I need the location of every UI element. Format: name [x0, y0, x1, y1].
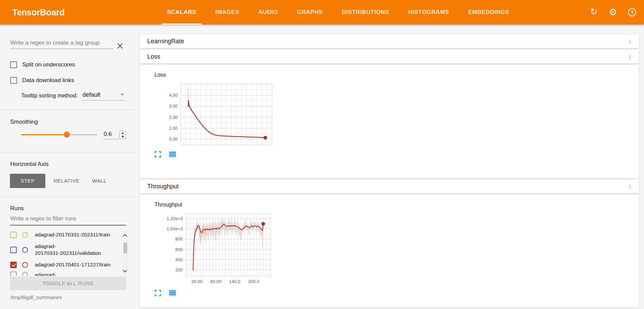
svg-text:0.00: 0.00	[169, 137, 178, 142]
svg-text:3.00: 3.00	[169, 104, 178, 109]
run-list: adagrad-20170331-202311/train adagrad- 2…	[10, 229, 128, 276]
tab-bar: SCALARS IMAGES AUDIO GRAPHS DISTRIBUTION…	[162, 0, 515, 25]
tab-scalars[interactable]: SCALARS	[162, 0, 202, 25]
svg-text:400: 400	[175, 257, 183, 262]
toggle-all-runs-button[interactable]: TOGGLE ALL RUNS	[10, 277, 126, 290]
loss-section-content: Loss 0.001.002.003.004.00	[140, 65, 639, 178]
chart-title: Loss	[154, 72, 276, 78]
run-checkbox[interactable]	[10, 272, 17, 276]
tab-audio[interactable]: AUDIO	[253, 0, 283, 25]
throughput-section-content: Throughput 2004006008001.00e+31.20e+320.…	[140, 195, 639, 307]
wall-button[interactable]: WALL	[83, 174, 116, 188]
smoothing-stepper[interactable]	[119, 131, 126, 139]
divider	[0, 110, 135, 110]
tab-histograms[interactable]: HISTOGRAMS	[403, 0, 454, 25]
section-header-loss[interactable]: Loss 1	[140, 50, 639, 63]
svg-text:1.20e+3: 1.20e+3	[167, 216, 183, 221]
section-count-badge: 1	[629, 38, 631, 44]
run-label: adagrad- 20170331-202311/validation	[35, 243, 101, 257]
svg-text:600: 600	[175, 247, 183, 252]
run-color-circle	[22, 272, 28, 276]
run-checkbox[interactable]	[10, 262, 17, 268]
chart-actions	[154, 290, 176, 296]
app-header: TensorBoard SCALARS IMAGES AUDIO GRAPHS …	[0, 0, 644, 25]
scroll-down-icon[interactable]	[123, 269, 127, 273]
run-color-circle	[22, 232, 28, 238]
main-content: LearningRate 1 Loss 1 Loss 0.001.002.003…	[135, 25, 644, 309]
tab-images[interactable]: IMAGES	[210, 0, 245, 25]
chart-actions	[154, 151, 176, 158]
run-color-circle	[22, 262, 28, 268]
tab-graphs[interactable]: GRAPHS	[291, 0, 328, 25]
chart-title: Throughput	[154, 202, 275, 208]
svg-text:1.00: 1.00	[169, 126, 178, 131]
scrollbar-thumb[interactable]	[123, 243, 127, 253]
run-row[interactable]: adagrad-20170331-202311/train	[10, 229, 118, 241]
run-row[interactable]: adagrad- 20170331-202311/validation	[10, 241, 118, 259]
smoothing-slider: 0.6	[21, 130, 127, 139]
header-actions: ↻ ⚙ ?	[589, 7, 637, 17]
section-header-learningrate[interactable]: LearningRate 1	[140, 34, 639, 48]
tag-regex-input[interactable]	[10, 38, 114, 49]
divider	[0, 153, 135, 153]
throughput-chart-card: Throughput 2004006008001.00e+31.20e+320.…	[154, 202, 275, 288]
run-color-circle	[22, 247, 28, 253]
stepper-down-icon[interactable]	[120, 135, 126, 139]
svg-text:20.00: 20.00	[191, 279, 203, 284]
svg-text:800: 800	[175, 236, 183, 242]
divider	[0, 197, 135, 197]
svg-text:200.0: 200.0	[248, 279, 259, 284]
run-list-scrollbar[interactable]	[123, 229, 128, 276]
run-row[interactable]: adagrad-	[10, 271, 118, 276]
run-checkbox[interactable]	[10, 247, 17, 253]
section-count-badge: 1	[629, 54, 631, 60]
slider-fill	[21, 134, 67, 135]
tab-embeddings[interactable]: EMBEDDINGS	[463, 0, 514, 25]
stepper-up-icon[interactable]	[120, 131, 126, 135]
svg-text:1.00e+3: 1.00e+3	[167, 226, 183, 231]
help-icon[interactable]: ?	[627, 7, 637, 17]
loss-chart-card: Loss 0.001.002.003.004.00	[154, 72, 276, 151]
runs-label: Runs	[10, 205, 24, 212]
close-icon[interactable]	[116, 42, 124, 50]
scroll-up-icon[interactable]	[123, 234, 127, 237]
tooltip-sorting-label: Tooltip sorting method:	[21, 92, 78, 101]
tab-distributions[interactable]: DISTRIBUTIONS	[336, 0, 395, 25]
section-title: Loss	[147, 53, 160, 60]
throughput-chart[interactable]: 2004006008001.00e+31.20e+320.0080.00140.…	[154, 209, 275, 288]
log-directory-path: /tmp/bigdl_summaries	[10, 294, 62, 300]
tooltip-sorting-select[interactable]: default	[82, 91, 125, 101]
checkbox-label: Split on underscores	[22, 61, 75, 68]
svg-text:2.00: 2.00	[169, 115, 178, 120]
fullscreen-icon[interactable]	[154, 290, 161, 296]
checkbox-icon[interactable]	[10, 61, 17, 68]
loss-chart[interactable]: 0.001.002.003.004.00	[154, 79, 276, 151]
slider-knob[interactable]	[64, 132, 70, 138]
gear-icon[interactable]: ⚙	[608, 7, 618, 17]
svg-text:4.00: 4.00	[169, 93, 178, 98]
section-header-throughput[interactable]: Throughput 1	[140, 180, 639, 193]
runs-regex-input[interactable]	[10, 214, 126, 226]
svg-text:200: 200	[175, 267, 183, 273]
svg-text:80.00: 80.00	[210, 279, 222, 284]
fullscreen-icon[interactable]	[154, 151, 161, 158]
checkbox-icon[interactable]	[10, 77, 17, 84]
svg-text:140.0: 140.0	[229, 279, 240, 284]
step-button[interactable]: STEP	[10, 174, 45, 188]
run-selector-icon[interactable]	[169, 151, 176, 158]
split-underscores-checkbox[interactable]: Split on underscores	[10, 61, 75, 68]
sidebar: Split on underscores Data download links…	[0, 25, 135, 309]
relative-button[interactable]: RELATIVE	[50, 174, 83, 188]
data-download-links-checkbox[interactable]: Data download links	[10, 77, 74, 84]
section-title: LearningRate	[147, 38, 184, 45]
refresh-icon[interactable]: ↻	[589, 7, 599, 17]
smoothing-value-input[interactable]: 0.6	[103, 130, 119, 139]
run-checkbox[interactable]	[10, 232, 17, 238]
section-title: Throughput	[147, 183, 179, 190]
run-row[interactable]: adagrad-20170401-171227/train	[10, 259, 118, 271]
checkbox-label: Data download links	[22, 77, 74, 84]
chevron-down-icon	[121, 94, 124, 96]
run-label: adagrad-20170331-202311/train	[35, 231, 110, 238]
horizontal-axis-label: Horizontal Axis	[10, 161, 48, 168]
run-selector-icon[interactable]	[169, 290, 176, 296]
